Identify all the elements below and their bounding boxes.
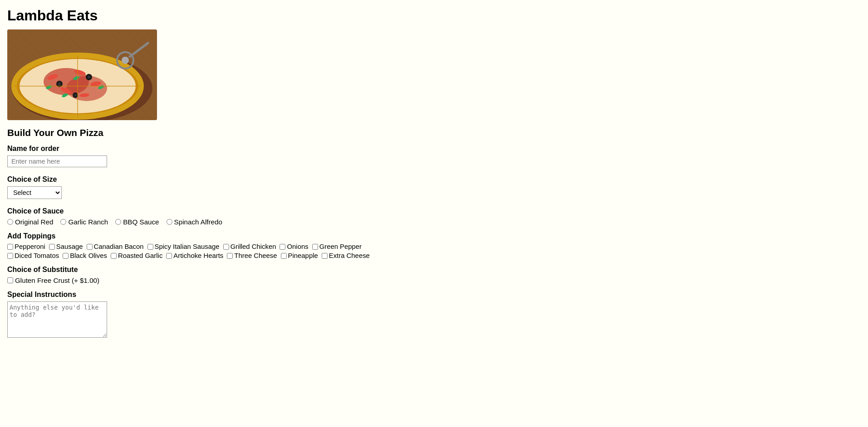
topping-canadian-bacon-label: Canadian Bacon — [94, 243, 144, 250]
app-title: Lambda Eats — [7, 7, 861, 24]
sauce-spinach-alfredo[interactable]: Spinach Alfredo — [167, 218, 222, 226]
substitute-gluten-free[interactable]: Gluten Free Crust (+ $1.00) — [7, 277, 861, 284]
topping-pepperoni-label: Pepperoni — [15, 243, 45, 250]
special-label: Special Instructions — [7, 291, 861, 299]
sauce-radio-bbq[interactable] — [115, 219, 121, 225]
topping-pineapple[interactable]: Pineapple — [281, 252, 318, 259]
form-title: Build Your Own Pizza — [7, 127, 861, 138]
toppings-label: Add Toppings — [7, 232, 861, 240]
topping-checkbox-three-cheese[interactable] — [227, 253, 233, 259]
topping-black-olives-label: Black Olives — [70, 252, 107, 259]
topping-diced-tomatos-label: Diced Tomatos — [15, 252, 59, 259]
topping-checkbox-pineapple[interactable] — [281, 253, 287, 259]
topping-checkbox-onions[interactable] — [280, 244, 285, 250]
topping-artichoke-hearts-label: Artichoke Hearts — [173, 252, 223, 259]
topping-diced-tomatos[interactable]: Diced Tomatos — [7, 252, 59, 259]
topping-grilled-chicken[interactable]: Grilled Chicken — [223, 243, 276, 250]
sauce-radio-original-red[interactable] — [7, 219, 13, 225]
svg-point-16 — [88, 76, 90, 78]
topping-checkbox-diced-tomatos[interactable] — [7, 253, 13, 259]
topping-extra-cheese-label: Extra Cheese — [329, 252, 370, 259]
sauce-spinach-alfredo-label: Spinach Alfredo — [174, 218, 222, 226]
topping-spicy-italian-sausage[interactable]: Spicy Italian Sausage — [147, 243, 220, 250]
topping-pepperoni[interactable]: Pepperoni — [7, 243, 45, 250]
sauce-options: Original Red Garlic Ranch BBQ Sauce Spin… — [7, 218, 861, 226]
topping-checkbox-green-pepper[interactable] — [312, 244, 318, 250]
topping-green-pepper[interactable]: Green Pepper — [312, 243, 362, 250]
name-label: Name for order — [7, 145, 861, 153]
topping-checkbox-pepperoni[interactable] — [7, 244, 13, 250]
topping-onions[interactable]: Onions — [280, 243, 308, 250]
topping-spicy-italian-sausage-label: Spicy Italian Sausage — [155, 243, 220, 250]
sauce-bbq[interactable]: BBQ Sauce — [115, 218, 159, 226]
topping-extra-cheese[interactable]: Extra Cheese — [322, 252, 370, 259]
sauce-original-red-label: Original Red — [15, 218, 53, 226]
svg-point-18 — [74, 94, 77, 97]
sauce-radio-spinach-alfredo[interactable] — [167, 219, 172, 225]
topping-checkbox-artichoke-hearts[interactable] — [166, 253, 172, 259]
topping-three-cheese-label: Three Cheese — [234, 252, 277, 259]
topping-green-pepper-label: Green Pepper — [319, 243, 362, 250]
substitute-label: Choice of Substitute — [7, 266, 861, 274]
topping-checkbox-extra-cheese[interactable] — [322, 253, 328, 259]
name-input[interactable] — [7, 155, 107, 167]
sauce-garlic-ranch-label: Garlic Ranch — [68, 218, 108, 226]
topping-checkbox-canadian-bacon[interactable] — [87, 244, 93, 250]
sauce-garlic-ranch[interactable]: Garlic Ranch — [60, 218, 108, 226]
topping-grilled-chicken-label: Grilled Chicken — [230, 243, 276, 250]
topping-checkbox-spicy-italian-sausage[interactable] — [147, 244, 153, 250]
topping-checkbox-black-olives[interactable] — [63, 253, 69, 259]
special-instructions-textarea[interactable] — [7, 301, 107, 338]
topping-artichoke-hearts[interactable]: Artichoke Hearts — [166, 252, 223, 259]
topping-checkbox-grilled-chicken[interactable] — [223, 244, 229, 250]
size-select[interactable]: Select Small Medium Large X-Large — [7, 186, 62, 199]
sauce-original-red[interactable]: Original Red — [7, 218, 53, 226]
toppings-row-2: Diced Tomatos Black Olives Roasted Garli… — [7, 252, 861, 259]
topping-roasted-garlic-label: Roasted Garlic — [118, 252, 162, 259]
topping-sausage-label: Sausage — [56, 243, 83, 250]
topping-onions-label: Onions — [287, 243, 308, 250]
size-label: Choice of Size — [7, 175, 861, 184]
topping-checkbox-roasted-garlic[interactable] — [111, 253, 117, 259]
substitute-gluten-free-label: Gluten Free Crust (+ $1.00) — [15, 277, 99, 284]
topping-roasted-garlic[interactable]: Roasted Garlic — [111, 252, 162, 259]
substitute-checkbox-gluten-free[interactable] — [7, 277, 13, 283]
pizza-image — [7, 29, 157, 120]
toppings-row-1: Pepperoni Sausage Canadian Bacon Spicy I… — [7, 243, 861, 250]
topping-three-cheese[interactable]: Three Cheese — [227, 252, 277, 259]
sauce-bbq-label: BBQ Sauce — [123, 218, 159, 226]
topping-sausage[interactable]: Sausage — [49, 243, 83, 250]
topping-pineapple-label: Pineapple — [288, 252, 318, 259]
svg-point-14 — [58, 82, 61, 85]
topping-checkbox-sausage[interactable] — [49, 244, 55, 250]
svg-point-21 — [122, 57, 129, 64]
topping-black-olives[interactable]: Black Olives — [63, 252, 107, 259]
topping-canadian-bacon[interactable]: Canadian Bacon — [87, 243, 144, 250]
sauce-label: Choice of Sauce — [7, 207, 861, 215]
sauce-radio-garlic-ranch[interactable] — [60, 219, 66, 225]
